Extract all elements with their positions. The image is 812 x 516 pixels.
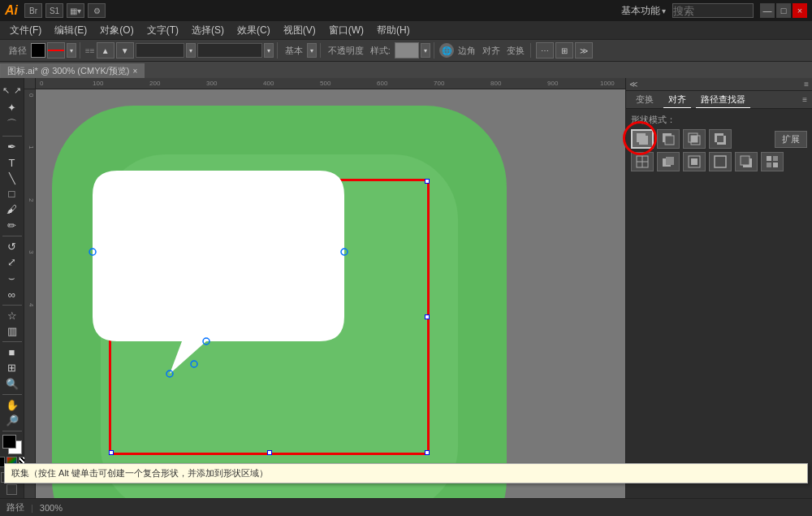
doc-tab-name: 图标.ai* @ 300% (CMYK/预览) (7, 65, 130, 77)
minus-back-button[interactable] (735, 152, 758, 171)
panel-options-icon[interactable]: ≡ (802, 95, 807, 104)
menu-effect[interactable]: 效果(C) (231, 22, 277, 39)
minus-front-button[interactable] (657, 129, 680, 149)
divide-button[interactable] (761, 152, 784, 171)
shape-modes-title: 形状模式： (631, 114, 807, 126)
brush-tool[interactable]: 🖌 (2, 202, 23, 216)
stroke-dropdown-arrow[interactable]: ▾ (186, 43, 196, 58)
horizontal-ruler: 0 100 200 300 400 500 600 700 800 900 10… (36, 78, 625, 89)
hand-tool[interactable]: ✋ (2, 398, 23, 412)
menu-bar: 文件(F) 编辑(E) 对象(O) 文字(T) 选择(S) 效果(C) 视图(V… (0, 21, 812, 39)
tab-align[interactable]: 对齐 (663, 92, 691, 108)
separator-2 (2, 236, 22, 236)
style-arrow[interactable]: ▾ (421, 43, 430, 58)
select-tool[interactable]: ↖ (1, 81, 11, 99)
stroke-arrow-up[interactable]: ▲ (97, 42, 114, 59)
trim-button[interactable] (631, 152, 654, 171)
warp-tool[interactable]: ⌣ (2, 271, 23, 285)
more-btn[interactable]: ⋯ (536, 42, 554, 59)
ruler-corner (24, 78, 36, 89)
column-tool[interactable]: ▥ (2, 324, 23, 338)
menu-window[interactable]: 窗口(W) (322, 22, 370, 39)
mesh-tool[interactable]: ⊞ (2, 361, 23, 375)
unite-button[interactable] (631, 129, 654, 149)
scale-tool[interactable]: ⤢ (2, 255, 23, 269)
minimize-button[interactable]: — (760, 3, 775, 18)
menu-edit[interactable]: 编辑(E) (48, 22, 93, 39)
menu-text[interactable]: 文字(T) (140, 22, 185, 39)
symbol-tool[interactable]: ☆ (2, 308, 23, 322)
stroke-type-btn[interactable] (47, 42, 65, 59)
globe-icon-btn[interactable]: 🌐 (439, 43, 454, 58)
panel-tabs: 变换 对齐 路径查找器 ≡ (626, 91, 812, 109)
workspace-arrow[interactable]: ▾ (662, 7, 666, 15)
menu-file[interactable]: 文件(F) (3, 22, 48, 39)
search-input[interactable] (672, 3, 754, 18)
merge-button[interactable] (657, 152, 680, 171)
magic-wand-tool[interactable]: ✦ (2, 101, 23, 115)
stroke-value-input[interactable] (197, 43, 262, 58)
gradient-tool[interactable]: ■ (2, 345, 23, 359)
svg-point-4 (191, 361, 197, 367)
panel-collapse-icon[interactable]: ≪ (629, 80, 637, 89)
stroke-style-arrow[interactable]: ▾ (307, 43, 317, 58)
rect-tool[interactable]: □ (2, 187, 23, 201)
intersect-button[interactable] (683, 129, 706, 149)
pen-tool[interactable]: ✒ (2, 140, 23, 154)
stroke-style-label: 基本 (283, 45, 305, 57)
lasso-tool[interactable]: ⌒ (2, 116, 23, 132)
close-button[interactable]: × (793, 3, 807, 18)
main-area: ↖ ↗ ✦ ⌒ ✒ T ╲ □ 🖌 ✏ ↺ ⤢ ⌣ ∞ ☆ ▥ ■ ⊞ 🔍 ✋ … (0, 78, 812, 498)
stroke-input[interactable] (136, 43, 184, 58)
path-arrow[interactable]: ▾ (67, 43, 76, 58)
exclude-button[interactable] (709, 129, 732, 149)
tab-transform[interactable]: 变换 (631, 92, 659, 107)
style-label: 样式: (368, 45, 393, 57)
stroke-value-arrow[interactable]: ▾ (264, 43, 274, 58)
app-logo: Ai (5, 3, 18, 18)
extras-icon[interactable]: ⚙ (88, 3, 106, 18)
settings-end-btn[interactable]: ≫ (575, 42, 593, 59)
zoom-tool[interactable]: 🔎 (2, 414, 23, 427)
extra-icons-section: ⋯ ⊞ ≫ (533, 42, 596, 59)
separator-1 (2, 136, 22, 137)
stroke-arrow-down[interactable]: ▼ (116, 42, 134, 59)
selection-tools: ↖ ↗ (1, 81, 23, 99)
stock-icon[interactable]: S1 (45, 3, 63, 18)
panel-menu-icon[interactable]: ≡ (804, 80, 809, 89)
blend-tool[interactable]: ∞ (2, 287, 23, 301)
type-tool[interactable]: T (2, 155, 23, 169)
doc-tab-close[interactable]: × (133, 67, 138, 76)
tools-dropdown[interactable]: ▦▾ (67, 3, 84, 18)
pathfinder-section (631, 152, 807, 171)
line-tool[interactable]: ╲ (2, 171, 23, 185)
sel-handle-br (425, 450, 430, 455)
svg-rect-9 (665, 136, 674, 145)
direct-select-tool[interactable]: ↗ (12, 81, 23, 99)
expand-button[interactable]: 扩展 (775, 131, 807, 148)
foreground-swatch[interactable] (2, 435, 16, 449)
title-bar: Ai Br S1 ▦▾ ⚙ 基本功能 ▾ — □ × (0, 0, 812, 21)
rotate-tool[interactable]: ↺ (2, 240, 23, 254)
crop-button[interactable] (683, 152, 706, 171)
maximize-button[interactable]: □ (776, 3, 791, 18)
path-color-swatch[interactable] (31, 43, 45, 58)
doc-tab[interactable]: 图标.ai* @ 300% (CMYK/预览) × (0, 63, 145, 78)
stroke-section: ≡≡ ▲ ▼ ▾ ▾ (82, 42, 278, 59)
tab-pathfinder[interactable]: 路径查找器 (696, 92, 750, 108)
panel-btn[interactable]: ⊞ (555, 42, 573, 59)
fg-bg-swatches[interactable] (2, 435, 22, 454)
eyedropper-tool[interactable]: 🔍 (2, 376, 23, 390)
menu-view[interactable]: 视图(V) (277, 22, 322, 39)
menu-help[interactable]: 帮助(H) (370, 22, 417, 39)
menu-object[interactable]: 对象(O) (93, 22, 140, 39)
edge-label: 边角 (456, 45, 478, 57)
svg-rect-29 (773, 163, 778, 167)
bridge-icon[interactable]: Br (24, 3, 42, 18)
screen-mode-btn[interactable] (6, 484, 17, 495)
status-info: 路径 (6, 501, 24, 514)
outline-button[interactable] (709, 152, 732, 171)
pencil-tool[interactable]: ✏ (2, 219, 23, 232)
style-btn[interactable] (395, 42, 419, 59)
menu-select[interactable]: 选择(S) (185, 22, 231, 39)
